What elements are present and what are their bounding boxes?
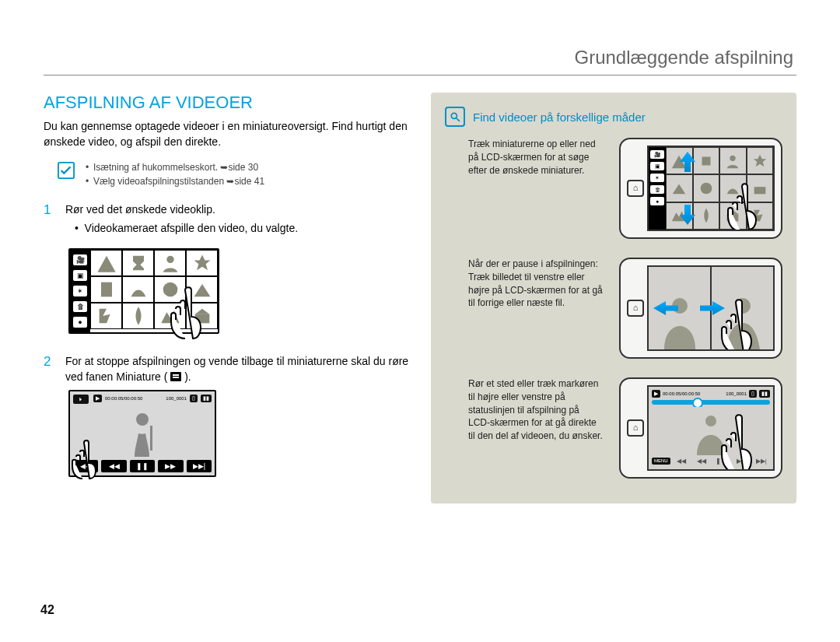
side-icon: ● (650, 197, 664, 205)
sd-icon: ▯ (190, 395, 198, 402)
thumbnail-tab-icon (170, 372, 181, 381)
prereq-2: Vælg videoafspilningstilstanden ➥side 41 (93, 176, 264, 187)
page-number: 42 (40, 603, 54, 617)
running-header: Grundlæggende afspilning (44, 47, 796, 68)
playback-filename: 100_0001 (726, 391, 747, 396)
prerequisites-callout: •Isætning af hukommelseskort. ➥side 30 •… (44, 160, 409, 188)
sd-icon: ▯ (749, 390, 757, 398)
svg-point-1 (166, 256, 173, 263)
ff-button: ▶▶ (158, 460, 183, 472)
step-2: 2 For at stoppe afspilningen og vende ti… (44, 354, 409, 476)
page: Grundlæggende afspilning AFSPILNING AF V… (0, 0, 840, 642)
side-icon: 🗑 (73, 301, 87, 312)
tip-item: Træk miniaturerne op eller ned på LCD-sk… (445, 138, 782, 239)
tips-title: Find videoer på forskellige måder (473, 111, 646, 124)
touch-hand-icon (714, 399, 775, 471)
magnifier-icon (445, 107, 465, 127)
steps-list: 1 Rør ved det ønskede videoklip. • Video… (44, 202, 409, 476)
step-1-sub: Videokameraet afspille den video, du val… (85, 222, 298, 234)
playback-filename: 100_0001 (166, 396, 187, 401)
pause-button: ❚❚ (130, 460, 155, 472)
touch-hand-icon (67, 433, 114, 480)
tip-text: Når der er pause i afspilningen: Træk bi… (445, 258, 604, 359)
grid-side-icons: 🎥 ▣ ✶ 🗑 ● (70, 250, 90, 332)
side-icon: 🎥 (650, 150, 664, 159)
header-rule (44, 75, 796, 75)
svg-rect-6 (150, 426, 152, 451)
home-icon: ⌂ (627, 180, 644, 197)
step-1-text: Rør ved det ønskede videoklip. (65, 203, 215, 216)
right-column: Find videoer på forskellige måder Træk m… (431, 93, 796, 503)
check-icon (58, 162, 75, 179)
step-2-text-a: For at stoppe afspilningen og vende tilb… (65, 355, 408, 383)
playback-time: 00:00:05/00:00:50 (105, 396, 142, 401)
prereq-1: Isætning af hukommelseskort. ➥side 30 (93, 162, 258, 173)
tip-item: Når der er pause i afspilningen: Træk bi… (445, 258, 782, 359)
svg-point-11 (700, 183, 712, 195)
play-icon: ⏵ (73, 395, 89, 404)
touch-hand-icon (722, 170, 775, 231)
playback-illustration: ⏵ ALL 🔊 MENU ▶ 00:00:05/00:00:50 100_000… (68, 390, 216, 477)
play-chip: ▶ (652, 390, 660, 398)
battery-icon: ▮▮ (759, 390, 770, 398)
side-icon: ✶ (73, 286, 87, 296)
svg-rect-2 (101, 282, 112, 297)
svg-rect-9 (702, 156, 710, 165)
play-chip: ▶ (93, 395, 102, 402)
tip-item: Rør et sted eller træk markøren til højr… (445, 377, 782, 479)
side-icon: ● (73, 317, 87, 328)
thumbnail-grid-illustration: 🎥 ▣ ✶ 🗑 ● (68, 248, 409, 334)
tips-panel: Find videoer på forskellige måder Træk m… (431, 93, 796, 503)
device-illustration: ⌂ ▶ 00:00:05/00:00:50 100_0001 ▯ ▮▮ (619, 377, 782, 479)
home-icon: ⌂ (627, 300, 644, 317)
svg-point-5 (136, 413, 149, 426)
prerequisites-list: •Isætning af hukommelseskort. ➥side 30 •… (86, 160, 264, 188)
columns: AFSPILNING AF VIDEOER Du kan gennemse op… (44, 93, 796, 503)
tip-text: Rør et sted eller træk markøren til højr… (445, 377, 604, 479)
svg-point-3 (163, 282, 177, 297)
touch-hand-icon (714, 284, 775, 351)
side-icon: ✶ (650, 174, 664, 182)
device-illustration: ⌂ 🎥 ▣ ✶ 🗑 ● (619, 138, 782, 239)
next-button: ▶▶| (187, 460, 212, 472)
device-illustration: ⌂ (619, 258, 782, 359)
playback-time: 00:00:05/00:00:50 (663, 391, 700, 396)
section-title: AFSPILNING AF VIDEOER (44, 93, 409, 113)
step-2-text-b: ). (184, 370, 191, 383)
svg-line-8 (457, 118, 460, 121)
side-icon: 🎥 (73, 254, 87, 265)
battery-icon: ▮▮ (201, 395, 212, 402)
svg-rect-4 (194, 314, 209, 324)
svg-point-7 (451, 113, 457, 118)
side-icon: ▣ (73, 270, 87, 281)
side-icon: ▣ (650, 162, 664, 170)
svg-point-10 (730, 155, 736, 160)
step-1: 1 Rør ved det ønskede videoklip. • Video… (44, 202, 409, 334)
menu-chip: MENU (652, 458, 670, 465)
side-icon: 🗑 (650, 185, 664, 194)
intro-paragraph: Du kan gennemse optagede videoer i en mi… (44, 119, 409, 149)
tip-text: Træk miniaturerne op eller ned på LCD-sk… (445, 138, 604, 239)
home-icon: ⌂ (627, 419, 644, 437)
left-column: AFSPILNING AF VIDEOER Du kan gennemse op… (44, 93, 409, 503)
